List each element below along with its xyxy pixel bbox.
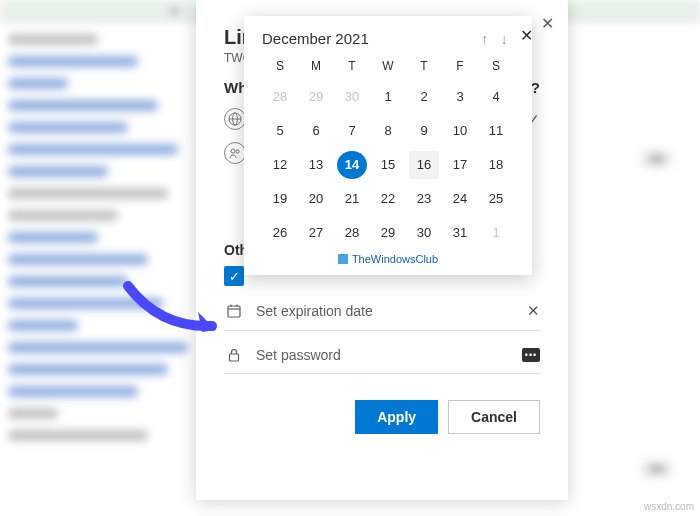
calendar-title[interactable]: December 2021 (262, 30, 475, 47)
dow-label: F (442, 55, 478, 77)
calendar-day[interactable]: 8 (373, 117, 403, 145)
close-icon[interactable]: ✕ (541, 14, 554, 33)
calendar-day[interactable]: 29 (373, 219, 403, 247)
calendar-day[interactable]: 12 (265, 151, 295, 179)
image-credit: wsxdn.com (644, 501, 694, 512)
password-label: Set password (256, 347, 510, 363)
calendar-close-icon[interactable]: ✕ (516, 22, 537, 49)
calendar-day[interactable]: 18 (481, 151, 511, 179)
dow-label: M (298, 55, 334, 77)
apply-button[interactable]: Apply (355, 400, 438, 434)
calendar-day[interactable]: 10 (445, 117, 475, 145)
next-month-icon[interactable]: ↓ (495, 30, 515, 47)
calendar-day[interactable]: 23 (409, 185, 439, 213)
calendar-day[interactable]: 30 (409, 219, 439, 247)
clear-expiration-icon[interactable]: ✕ (527, 302, 540, 320)
calendar-day[interactable]: 27 (301, 219, 331, 247)
calendar-day[interactable]: 2 (409, 83, 439, 111)
password-field[interactable]: Set password ••• (224, 337, 540, 374)
expiration-label: Set expiration date (256, 303, 515, 319)
lock-icon (224, 347, 244, 363)
dow-label: W (370, 55, 406, 77)
permission-tag: rite (641, 460, 672, 478)
permission-tag: rite (641, 150, 672, 168)
calendar-day[interactable]: 28 (337, 219, 367, 247)
prev-month-icon[interactable]: ↑ (475, 30, 495, 47)
date-picker: December 2021 ↑ ↓ SMTWTFS282930123456789… (244, 16, 532, 275)
password-generate-icon[interactable]: ••• (522, 348, 540, 362)
calendar-day[interactable]: 17 (445, 151, 475, 179)
calendar-day[interactable]: 20 (301, 185, 331, 213)
svg-rect-9 (230, 354, 239, 361)
calendar-day[interactable]: 5 (265, 117, 295, 145)
calendar-day[interactable]: 21 (337, 185, 367, 213)
calendar-day[interactable]: 1 (481, 219, 511, 247)
calendar-day[interactable]: 22 (373, 185, 403, 213)
calendar-day[interactable]: 26 (265, 219, 295, 247)
watermark-icon (338, 254, 348, 264)
calendar-day[interactable]: 16 (409, 151, 439, 179)
dow-label: T (406, 55, 442, 77)
calendar-day[interactable]: 7 (337, 117, 367, 145)
calendar-day[interactable]: 25 (481, 185, 511, 213)
calendar-day[interactable]: 11 (481, 117, 511, 145)
svg-point-4 (236, 150, 239, 153)
calendar-day[interactable]: 30 (337, 83, 367, 111)
calendar-day[interactable]: 24 (445, 185, 475, 213)
dow-label: S (262, 55, 298, 77)
annotation-arrow (120, 278, 230, 342)
calendar-day[interactable]: 9 (409, 117, 439, 145)
svg-point-3 (231, 149, 235, 153)
calendar-day[interactable]: 13 (301, 151, 331, 179)
calendar-day[interactable]: 1 (373, 83, 403, 111)
calendar-day[interactable]: 15 (373, 151, 403, 179)
watermark: TheWindowsClub (262, 253, 514, 265)
calendar-day-selected[interactable]: 14 (337, 151, 367, 179)
calendar-day[interactable]: 6 (301, 117, 331, 145)
dow-label: T (334, 55, 370, 77)
expiration-field[interactable]: Set expiration date ✕ (224, 292, 540, 331)
calendar-day[interactable]: 31 (445, 219, 475, 247)
calendar-day[interactable]: 19 (265, 185, 295, 213)
calendar-day[interactable]: 3 (445, 83, 475, 111)
cancel-button[interactable]: Cancel (448, 400, 540, 434)
people-icon (224, 142, 246, 164)
calendar-day[interactable]: 28 (265, 83, 295, 111)
calendar-day[interactable]: 29 (301, 83, 331, 111)
dow-label: S (478, 55, 514, 77)
calendar-day[interactable]: 4 (481, 83, 511, 111)
globe-icon (224, 108, 246, 130)
